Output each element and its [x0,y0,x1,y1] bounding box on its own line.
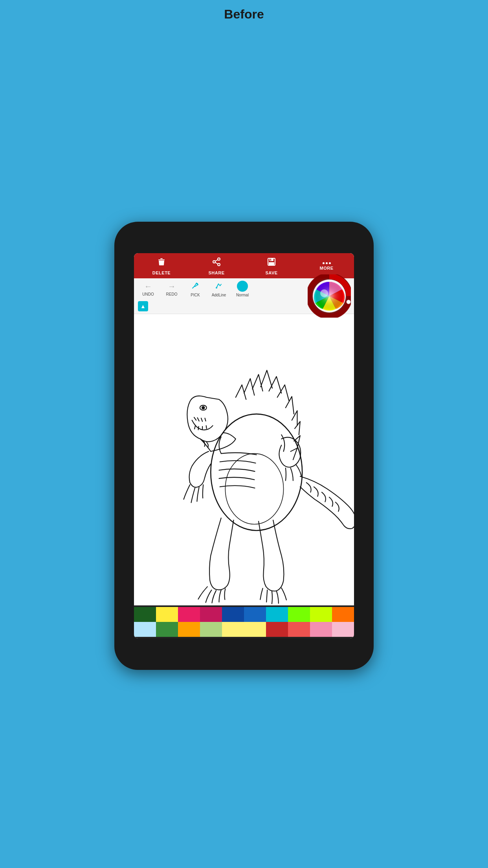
svg-rect-12 [269,262,274,265]
color-cell[interactable] [266,607,288,622]
more-label: MORE [320,266,334,270]
pick-label: PICK [191,293,200,297]
color-cell[interactable] [222,607,244,622]
normal-circle [237,281,248,292]
save-icon [267,257,276,269]
color-cell[interactable] [310,607,332,622]
color-cell[interactable] [222,622,244,637]
svg-point-24 [202,406,204,409]
color-cell[interactable] [244,607,266,622]
color-cell[interactable] [178,622,200,637]
more-icon [323,262,331,264]
svg-point-5 [218,258,220,260]
color-cell[interactable] [332,607,354,622]
addline-label: AddLine [212,293,226,297]
addline-icon [215,281,223,292]
share-icon [212,257,221,269]
color-cell[interactable] [288,607,310,622]
delete-icon [157,257,166,269]
more-button[interactable]: MORE [315,262,338,270]
color-cell[interactable] [310,622,332,637]
save-label: SAVE [265,270,277,275]
svg-line-9 [215,260,218,261]
share-label: SHARE [208,270,224,275]
sub-toolbar: ← UNDO → REDO PICK [134,278,354,314]
redo-icon: → [168,282,176,291]
svg-point-15 [216,287,217,289]
color-cell[interactable] [266,622,288,637]
color-cell[interactable] [332,622,354,637]
color-cell[interactable] [134,607,156,622]
addline-button[interactable]: AddLine [209,281,229,297]
color-cell[interactable] [288,622,310,637]
color-cell[interactable] [134,622,156,637]
drawing-area[interactable] [134,314,354,605]
undo-label: UNDO [142,292,154,296]
color-cell[interactable] [200,607,222,622]
svg-point-14 [196,283,198,285]
svg-point-6 [213,261,215,263]
pick-icon [191,281,200,292]
expand-icon: ▲ [140,303,146,309]
sub-toolbar-row: ← UNDO → REDO PICK [134,278,354,300]
redo-button[interactable]: → REDO [161,282,182,296]
color-cell[interactable] [156,607,178,622]
undo-icon: ← [144,282,152,291]
delete-button[interactable]: DELETE [150,257,173,275]
color-cell[interactable] [200,622,222,637]
phone-screen: DELETE SHARE [134,253,354,638]
color-cell[interactable] [178,607,200,622]
palette-row-1 [134,607,354,622]
before-label: Before [224,7,264,22]
svg-point-25 [225,454,283,524]
color-wheel[interactable] [308,274,351,318]
undo-button[interactable]: ← UNDO [138,282,158,296]
expand-button[interactable]: ▲ [138,301,148,311]
color-palette [134,605,354,638]
svg-point-18 [315,282,343,310]
save-button[interactable]: SAVE [260,257,283,275]
normal-label: Normal [236,293,249,297]
color-cell[interactable] [156,622,178,637]
svg-line-8 [215,263,218,264]
color-cell[interactable] [244,622,266,637]
svg-rect-0 [160,258,163,259]
svg-point-21 [347,300,350,304]
svg-rect-13 [270,259,271,261]
svg-rect-11 [270,258,273,261]
share-button[interactable]: SHARE [205,257,228,275]
redo-label: REDO [166,292,178,296]
svg-point-7 [218,263,220,266]
normal-button[interactable]: Normal [232,281,253,297]
svg-point-20 [320,289,328,297]
pick-button[interactable]: PICK [185,281,205,297]
delete-label: DELETE [152,270,171,275]
svg-rect-1 [158,259,165,260]
palette-row-2 [134,622,354,637]
